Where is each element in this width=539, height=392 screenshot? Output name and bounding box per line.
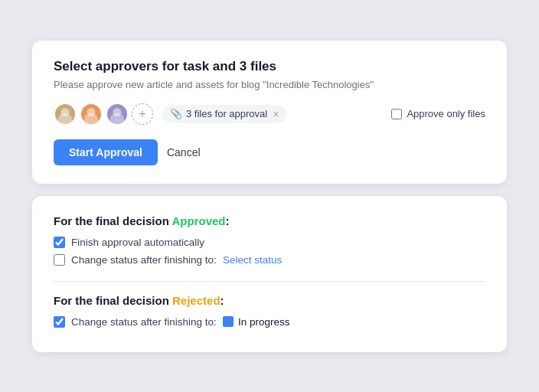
approve-only-checkbox[interactable] bbox=[391, 109, 402, 119]
card1-title: Select approvers for task and 3 files bbox=[54, 59, 485, 74]
actions-row: Start Approval Cancel bbox=[54, 139, 485, 165]
rejected-change-status-label: Change status after finishing to: bbox=[71, 316, 217, 328]
rejected-word: Rejected bbox=[172, 294, 220, 307]
avatar bbox=[80, 103, 103, 126]
finish-auto-row: Finish approval automatically bbox=[54, 237, 485, 248]
files-badge: 📎 3 files for approval × bbox=[162, 105, 286, 123]
select-status-link[interactable]: Select status bbox=[223, 254, 282, 266]
approved-colon: : bbox=[225, 214, 229, 227]
avatar bbox=[54, 103, 77, 126]
files-badge-text: 3 files for approval bbox=[186, 108, 267, 119]
status-badge-label: In progress bbox=[238, 316, 290, 328]
status-dot bbox=[223, 316, 234, 327]
approvers-row: + 📎 3 files for approval × Approve only … bbox=[54, 103, 485, 126]
change-status-checkbox[interactable] bbox=[54, 254, 65, 266]
status-badge: In progress bbox=[223, 316, 290, 328]
approved-section: For the final decision Approved: Finish … bbox=[54, 214, 485, 266]
clip-icon: 📎 bbox=[170, 108, 182, 119]
start-approval-button[interactable]: Start Approval bbox=[54, 139, 158, 165]
files-badge-close[interactable]: × bbox=[273, 108, 279, 120]
rejected-title: For the final decision Rejected: bbox=[54, 294, 485, 307]
avatar bbox=[106, 103, 129, 126]
approve-only-container: Approve only files bbox=[391, 108, 485, 119]
rejected-change-status-row: Change status after finishing to: In pro… bbox=[54, 316, 485, 328]
finish-auto-label: Finish approval automatically bbox=[71, 237, 204, 248]
cancel-button[interactable]: Cancel bbox=[167, 146, 201, 158]
approve-only-label: Approve only files bbox=[407, 108, 485, 119]
card1-subtitle: Please approve new article and assets fo… bbox=[54, 79, 485, 90]
approved-title: For the final decision Approved: bbox=[54, 214, 485, 227]
rejected-change-status-checkbox[interactable] bbox=[54, 316, 65, 328]
avatar-list: + bbox=[54, 103, 153, 126]
rejected-colon: : bbox=[220, 294, 224, 307]
change-status-label: Change status after finishing to: bbox=[71, 254, 217, 266]
section-divider bbox=[54, 281, 485, 282]
add-approver-button[interactable]: + bbox=[132, 103, 153, 125]
rejected-section: For the final decision Rejected: Change … bbox=[54, 294, 485, 328]
rejected-prefix: For the final decision bbox=[54, 294, 172, 307]
approved-prefix: For the final decision bbox=[54, 214, 172, 227]
finish-auto-checkbox[interactable] bbox=[54, 237, 65, 248]
card-decision-options: For the final decision Approved: Finish … bbox=[32, 196, 507, 352]
approved-word: Approved bbox=[172, 214, 225, 227]
change-status-row: Change status after finishing to: Select… bbox=[54, 254, 485, 266]
card-select-approvers: Select approvers for task and 3 files Pl… bbox=[32, 41, 507, 184]
